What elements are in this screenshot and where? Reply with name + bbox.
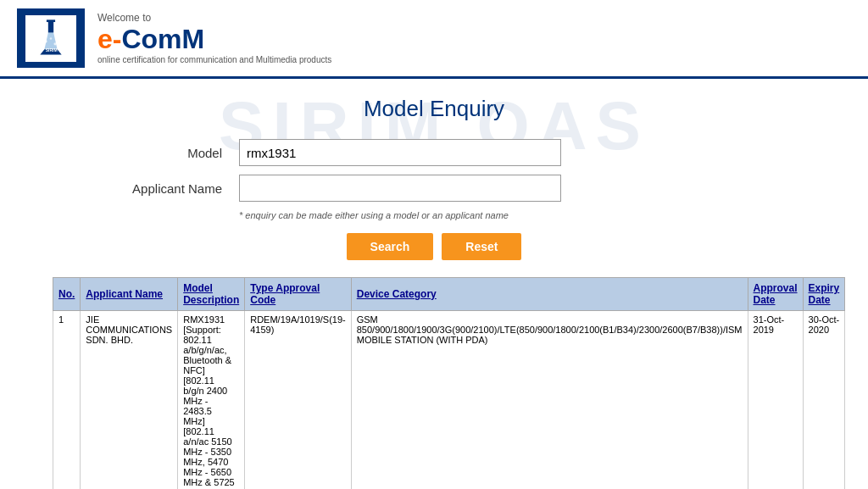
page-title: Model Enquiry <box>53 96 815 122</box>
logo-inner: SIRIM <box>25 15 76 62</box>
app-header: SIRIM Welcome to e-ComM online certifica… <box>0 0 868 79</box>
col-device-category: Device Category <box>351 278 748 311</box>
cell-applicant: JIECOMMUNICATIONSSDN. BHD. <box>81 311 178 490</box>
cell-expiry-date: 30-Oct-2020 <box>803 311 845 490</box>
brand-name: e-ComM <box>97 25 331 53</box>
model-input[interactable] <box>239 139 561 166</box>
form-buttons: Search Reset <box>53 233 815 260</box>
applicant-input[interactable] <box>239 175 561 202</box>
col-type-approval: Type Approval Code <box>245 278 352 311</box>
table-header-row: No. Applicant Name ModelDescription Type… <box>53 278 845 311</box>
svg-point-8 <box>53 42 56 45</box>
hint-text: * enquiry can be made either using a mod… <box>239 210 815 220</box>
search-button[interactable]: Search <box>347 233 434 260</box>
main-content: SIRIM QAS Model Enquiry Model Applicant … <box>0 79 868 489</box>
table-body: 1 JIECOMMUNICATIONSSDN. BHD. RMX1931[Sup… <box>53 311 845 490</box>
col-model: ModelDescription <box>178 278 245 311</box>
brand-prefix: e- <box>97 24 121 54</box>
logo-box: SIRIM <box>17 8 85 68</box>
model-row: Model <box>53 139 815 166</box>
applicant-label: Applicant Name <box>53 181 239 196</box>
col-no: No. <box>53 278 81 311</box>
brand-subtitle: online certification for communication a… <box>97 55 331 64</box>
cell-model-desc: RMX1931[Support:802.11a/b/g/n/ac,Bluetoo… <box>178 311 245 490</box>
brand-suffix: ComM <box>121 24 204 54</box>
table-header: No. Applicant Name ModelDescription Type… <box>53 278 845 311</box>
results-table: No. Applicant Name ModelDescription Type… <box>53 277 845 489</box>
reset-button[interactable]: Reset <box>442 233 521 260</box>
applicant-row: Applicant Name <box>53 175 815 202</box>
col-applicant: Applicant Name <box>81 278 178 311</box>
cell-device-category: GSM 850/900/1800/1900/3G(900/2100)/LTE(8… <box>351 311 748 490</box>
svg-point-6 <box>44 39 47 42</box>
welcome-text: Welcome to <box>97 12 331 24</box>
model-label: Model <box>53 146 239 160</box>
col-expiry-date: Expiry Date <box>803 278 845 311</box>
cell-type-approval: RDEM/19A/1019/S(19-4159) <box>245 311 352 490</box>
brand-block: Welcome to e-ComM online certification f… <box>97 12 331 64</box>
sirim-logo-icon: SIRIM <box>35 19 67 58</box>
col-approval-date: ApprovalDate <box>748 278 803 311</box>
cell-no: 1 <box>53 311 81 490</box>
cell-approval-date: 31-Oct-2019 <box>748 311 803 490</box>
svg-rect-4 <box>47 19 55 22</box>
svg-rect-1 <box>48 21 53 32</box>
table-row: 1 JIECOMMUNICATIONSSDN. BHD. RMX1931[Sup… <box>53 311 845 490</box>
svg-text:SIRIM: SIRIM <box>46 47 58 53</box>
svg-point-7 <box>50 37 53 40</box>
form-container: Model Enquiry Model Applicant Name * enq… <box>53 96 815 489</box>
